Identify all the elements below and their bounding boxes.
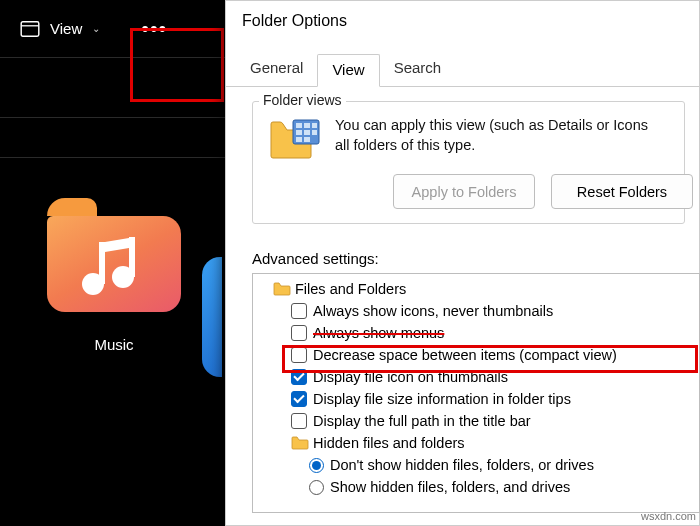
folder-label: Music [94, 336, 133, 353]
checkbox-icon[interactable] [291, 303, 307, 319]
svg-rect-7 [296, 123, 302, 128]
dialog-tabs: General View Search [226, 53, 699, 87]
svg-rect-0 [21, 21, 39, 35]
tree-opt-compact[interactable]: Decrease space between items (compact vi… [255, 344, 699, 366]
watermark: wsxdn.com [641, 510, 696, 522]
apply-to-folders-button: Apply to Folders [393, 174, 535, 209]
radio-icon[interactable] [309, 480, 324, 495]
music-note-icon [79, 234, 151, 300]
folder-options-dialog: Folder Options General View Search Folde… [225, 0, 700, 526]
advanced-settings-label: Advanced settings: [252, 250, 699, 267]
view-label: View [50, 20, 82, 37]
tree-opt-hidden-yes[interactable]: Show hidden files, folders, and drives [255, 476, 699, 498]
svg-rect-13 [296, 137, 302, 142]
tab-search[interactable]: Search [380, 53, 456, 86]
folder-views-icon [269, 118, 321, 160]
svg-point-4 [82, 273, 104, 295]
folder-views-text: You can apply this view (such as Details… [335, 116, 648, 155]
tree-opt-fullpath[interactable]: Display the full path in the title bar [255, 410, 699, 432]
folder-icon [273, 282, 291, 296]
tree-opt-hidden-no[interactable]: Don't show hidden files, folders, or dri… [255, 454, 699, 476]
tree-files-folders[interactable]: Files and Folders [255, 278, 699, 300]
checkbox-icon[interactable] [291, 347, 307, 363]
view-icon [20, 21, 40, 37]
view-dropdown[interactable]: View ⌄ [10, 14, 110, 43]
checkbox-icon[interactable] [291, 413, 307, 429]
svg-rect-11 [304, 130, 310, 135]
tree-opt-menus[interactable]: Always show menus [255, 322, 699, 344]
checkbox-checked-icon[interactable] [291, 391, 307, 407]
tree-opt-icons[interactable]: Always show icons, never thumbnails [255, 300, 699, 322]
checkbox-checked-icon[interactable] [291, 369, 307, 385]
reset-folders-button[interactable]: Reset Folders [551, 174, 693, 209]
music-folder-icon [39, 198, 189, 318]
folder-item-music[interactable]: Music [32, 198, 196, 353]
folder-icon [291, 436, 309, 450]
svg-rect-12 [312, 130, 317, 135]
advanced-settings-tree[interactable]: Files and Folders Always show icons, nev… [252, 273, 700, 513]
folder-views-group: Folder views You can apply this view (su… [252, 101, 685, 224]
tab-view[interactable]: View [317, 54, 379, 87]
svg-rect-10 [296, 130, 302, 135]
svg-rect-14 [304, 137, 310, 142]
folder-views-legend: Folder views [259, 92, 346, 108]
chevron-down-icon: ⌄ [92, 23, 100, 34]
more-button[interactable]: ••• [120, 5, 188, 53]
dialog-title: Folder Options [226, 1, 699, 41]
svg-rect-9 [312, 123, 317, 128]
tree-hidden-folder[interactable]: Hidden files and folders [255, 432, 699, 454]
tree-opt-thumb[interactable]: Display file icon on thumbnails [255, 366, 699, 388]
folder-item-adjacent[interactable] [202, 257, 222, 377]
tree-opt-tipsize[interactable]: Display file size information in folder … [255, 388, 699, 410]
tab-general[interactable]: General [236, 53, 317, 86]
svg-point-5 [112, 266, 134, 288]
svg-rect-8 [304, 123, 310, 128]
radio-selected-icon[interactable] [309, 458, 324, 473]
checkbox-icon[interactable] [291, 325, 307, 341]
